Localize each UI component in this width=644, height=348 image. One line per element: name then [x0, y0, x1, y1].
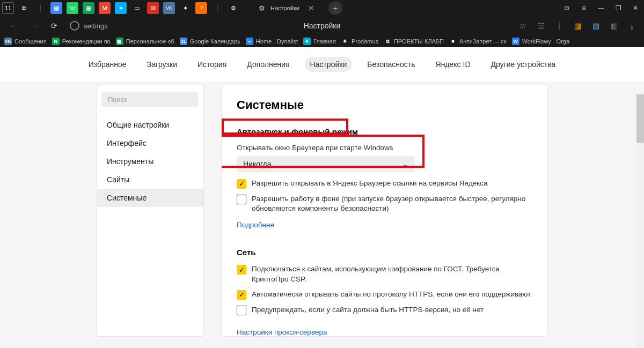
open-on-start-dropdown[interactable]: Никогда ⌄: [237, 156, 415, 172]
bookmark-favicon: ⧉: [384, 38, 391, 45]
bookmark-item[interactable]: ⧉ПРОЕКТЫ КЛАБП: [384, 38, 444, 45]
mail-icon[interactable]: ✉: [147, 2, 159, 14]
ext-pic-icon[interactable]: ▧: [589, 19, 602, 32]
checkbox-label: Подключаться к сайтам, использующим шифр…: [252, 264, 532, 284]
settings-search[interactable]: Поиск: [101, 92, 198, 107]
gear-icon[interactable]: ⚙: [228, 2, 239, 14]
bookmark-item[interactable]: 31Google Календарь: [180, 38, 240, 45]
bookmark-item[interactable]: ✦Главная: [303, 38, 336, 45]
network-subtitle: Сеть: [237, 248, 532, 257]
maximize-button[interactable]: ❐: [610, 0, 627, 16]
settings-tab[interactable]: Другие устройства: [486, 57, 561, 72]
bookmark-label: Рекомендации по: [62, 38, 111, 45]
vk-icon[interactable]: VK: [163, 2, 175, 14]
section-title: Системные: [237, 98, 532, 112]
sheets-icon[interactable]: ▦: [83, 2, 94, 14]
scrollbar-thumb[interactable]: [636, 94, 644, 143]
bookmark-item[interactable]: VKСообщения: [4, 38, 47, 45]
panel-icon[interactable]: ⧉: [558, 0, 575, 16]
back-button[interactable]: ←: [5, 18, 21, 34]
settings-tab[interactable]: История: [192, 57, 232, 72]
date-badge-icon[interactable]: 11: [2, 2, 14, 14]
autorun-subtitle: Автозапуск и фоновый режим: [237, 127, 532, 136]
bookmark-item[interactable]: ∞Home - Dynalist: [246, 38, 298, 45]
settings-tab[interactable]: Избранное: [83, 57, 132, 72]
ext-box-icon[interactable]: ▥: [608, 19, 620, 32]
checkbox-label: Разрешить работу в фоне (при запуске бра…: [252, 194, 532, 213]
bookmark-favicon: ∞: [246, 38, 253, 45]
bookmark-item[interactable]: ▦Персональное об: [116, 38, 174, 45]
new-tab-button[interactable]: ＋: [328, 1, 342, 15]
more-link[interactable]: Подробнее: [237, 221, 274, 229]
bookmark-favicon: ✳: [341, 38, 349, 45]
site-shield-icon: [70, 21, 79, 31]
checkbox-background[interactable]: [237, 195, 246, 204]
minimize-button[interactable]: —: [592, 0, 610, 16]
settings-tab[interactable]: Безопасность: [362, 57, 420, 72]
titlebar-left-icons: 11 ⧉ ┋ ▦ ☏ ▦ M ✦ ▭ ✉ VK ✦ ? ┋ ⚙: [0, 2, 241, 14]
page-title: Настройки: [304, 21, 341, 30]
bookmark-item[interactable]: ■АнтиЗапрет — ск: [449, 38, 507, 45]
address-bar: ← → ⟳ settings Настройки ✩ ☳ ┋ ▦ ▧ ▥ ⭳: [0, 16, 644, 35]
doc-icon[interactable]: ▭: [131, 2, 143, 14]
bookmark-label: АнтиЗапрет — ск: [459, 38, 507, 45]
bookmark-label: Google Календарь: [190, 38, 240, 45]
settings-main-panel: Системные Автозапуск и фоновый режим Отк…: [221, 85, 547, 337]
checkbox-https-warn[interactable]: [237, 306, 246, 315]
bookmark-item[interactable]: ✳Prodamus: [341, 38, 378, 45]
ext1-icon[interactable]: ✦: [115, 2, 127, 14]
sidebar-item[interactable]: Сайты: [97, 171, 203, 189]
bookmark-favicon: N: [52, 38, 60, 45]
checkbox-label: Автоматически открывать сайты по протоко…: [252, 290, 531, 299]
forward-button[interactable]: →: [26, 18, 42, 34]
address-field[interactable]: settings: [70, 21, 108, 31]
checkbox-yandex-links[interactable]: ✓: [237, 179, 246, 189]
translate-icon[interactable]: ☳: [535, 19, 547, 32]
gmail-icon[interactable]: M: [99, 2, 111, 14]
bookmarks-bar: VKСообщенияNРекомендации по▦Персональное…: [0, 35, 644, 47]
reload-button[interactable]: ⟳: [46, 18, 62, 34]
ext2-icon[interactable]: ?: [195, 2, 207, 14]
sidebar-item[interactable]: Общие настройки: [97, 116, 203, 134]
gcal-icon[interactable]: ▦: [50, 2, 62, 14]
bookmark-item[interactable]: WWorkFlowy - Orga: [512, 38, 569, 45]
hamburger-icon[interactable]: ≡: [575, 0, 592, 16]
close-tab-button[interactable]: ✕: [305, 4, 318, 12]
active-tab[interactable]: ⚙ Настройки ✕: [252, 0, 324, 16]
star-icon[interactable]: ✦: [179, 2, 191, 14]
copy-tab-icon[interactable]: ⧉: [18, 2, 30, 14]
settings-sidebar: Поиск Общие настройкиИнтерфейсИнструмент…: [97, 85, 204, 337]
bookmark-item[interactable]: NРекомендации по: [52, 38, 111, 45]
window-titlebar: 11 ⧉ ┋ ▦ ☏ ▦ M ✦ ▭ ✉ VK ✦ ? ┋ ⚙ ⚙ Настро…: [0, 0, 644, 16]
settings-tab[interactable]: Загрузки: [142, 57, 182, 72]
ext-folder-icon[interactable]: ▦: [571, 19, 584, 32]
scrollbar[interactable]: [636, 94, 644, 348]
checkbox-label: Предупреждать, если у сайта должна быть …: [252, 305, 484, 315]
bookmark-favicon: VK: [4, 38, 12, 45]
checkbox-label: Разрешить открывать в Яндекс Браузере сс…: [252, 179, 488, 188]
settings-tab[interactable]: Настройки: [305, 57, 353, 72]
settings-tab[interactable]: Яндекс ID: [430, 57, 476, 72]
sidebar-item[interactable]: Интерфейс: [97, 134, 203, 152]
window-controls: ⧉ ≡ — ❐ ✕: [558, 0, 644, 16]
checkbox-https-auto[interactable]: ✓: [237, 290, 246, 300]
address-text: settings: [84, 22, 108, 30]
settings-top-tabs: ИзбранноеЗагрузкиИсторияДополненияНастро…: [0, 47, 644, 82]
settings-tab[interactable]: Дополнения: [241, 57, 295, 72]
divider-icon: ┋: [553, 19, 566, 32]
bookmark-label: WorkFlowy - Orga: [522, 38, 569, 45]
chevron-down-icon: ⌄: [402, 160, 408, 168]
download-icon[interactable]: ⭳: [626, 19, 639, 32]
bookmark-favicon: ■: [449, 38, 457, 45]
bookmark-favicon: W: [512, 38, 519, 45]
whatsapp-icon[interactable]: ☏: [67, 2, 78, 14]
sidebar-item[interactable]: Инструменты: [97, 152, 203, 171]
bookmark-label: Главная: [313, 38, 336, 45]
bookmark-icon[interactable]: ✩: [516, 19, 529, 32]
settings-content: ИзбранноеЗагрузкиИсторияДополненияНастро…: [0, 47, 644, 348]
checkbox-gost[interactable]: ✓: [237, 265, 246, 275]
sidebar-item[interactable]: Системные: [97, 189, 203, 207]
close-window-button[interactable]: ✕: [627, 0, 644, 16]
proxy-settings-link[interactable]: Настройки прокси-сервера: [237, 328, 327, 336]
bookmark-label: ПРОЕКТЫ КЛАБП: [394, 38, 444, 45]
